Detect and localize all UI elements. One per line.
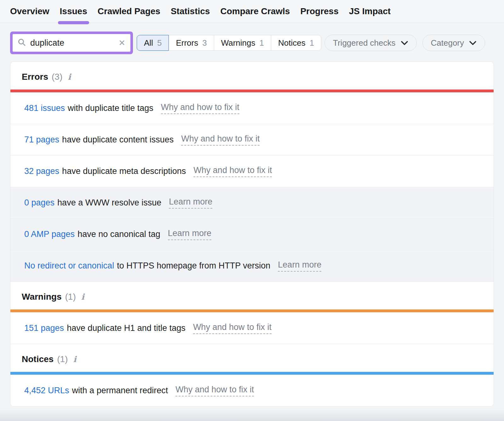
filter-count: 1 <box>259 38 264 48</box>
section-header: Warnings (1) i <box>10 281 494 309</box>
severity-filter-warnings[interactable]: Warnings 1 <box>214 35 271 51</box>
issue-count-link[interactable]: 0 AMP pages <box>24 229 75 239</box>
section-title: Notices <box>22 354 54 364</box>
issue-description: have duplicate meta descriptions <box>62 166 186 176</box>
dropdown-triggered-checks[interactable]: Triggered checks <box>324 35 416 51</box>
issue-count-link[interactable]: 151 pages <box>24 323 64 333</box>
clear-search-icon[interactable]: ✕ <box>118 39 125 47</box>
issue-row: 0 AMP pages have no canonical tag Learn … <box>10 218 494 250</box>
issue-description: with duplicate title tags <box>68 103 153 113</box>
search-input[interactable] <box>30 38 114 48</box>
nav-tab-progress[interactable]: Progress <box>300 0 338 23</box>
issue-row: No redirect or canonical to HTTPS homepa… <box>10 250 494 281</box>
issue-row: 4,452 URLs with a permanent redirect Why… <box>10 375 494 406</box>
report-tab-bar: OverviewIssuesCrawled PagesStatisticsCom… <box>0 0 504 23</box>
issue-help-link[interactable]: Why and how to fix it <box>161 102 239 114</box>
severity-color-bar <box>10 309 494 312</box>
section-header: Notices (1) i <box>10 344 494 372</box>
filter-label: All <box>144 38 153 48</box>
section-title: Errors <box>22 72 48 82</box>
issue-description: have a WWW resolve issue <box>57 198 161 208</box>
issue-count-link[interactable]: 71 pages <box>24 135 59 145</box>
issue-help-link[interactable]: Why and how to fix it <box>193 165 272 177</box>
severity-filter-errors[interactable]: Errors 3 <box>169 35 214 51</box>
section-count: (1) <box>65 292 76 302</box>
search-highlight-frame: ✕ <box>10 32 133 54</box>
section-header: Errors (3) i <box>10 62 494 89</box>
chevron-down-icon <box>469 38 477 48</box>
issue-help-link[interactable]: Learn more <box>169 197 212 209</box>
dropdown-category[interactable]: Category <box>422 35 485 51</box>
filter-label: Notices <box>278 38 306 48</box>
issue-row: 32 pages have duplicate meta description… <box>10 155 494 187</box>
filter-count: 1 <box>310 38 314 48</box>
issue-count-link[interactable]: 481 issues <box>24 103 65 113</box>
section-warnings: Warnings (1) i 151 pages have duplicate … <box>10 281 494 344</box>
severity-color-bar <box>10 89 494 92</box>
severity-filter-group: All 5 Errors 3 Warnings 1 Notices 1 <box>137 35 321 51</box>
issue-description: have duplicate content issues <box>62 135 174 145</box>
nav-tab-js-impact[interactable]: JS Impact <box>349 0 391 23</box>
nav-tab-statistics[interactable]: Statistics <box>171 0 210 23</box>
section-errors: Errors (3) i 481 issues with duplicate t… <box>10 62 494 281</box>
issue-help-link[interactable]: Why and how to fix it <box>175 385 254 396</box>
section-rows: 151 pages have duplicate H1 and title ta… <box>10 312 494 344</box>
nav-tab-compare-crawls[interactable]: Compare Crawls <box>220 0 290 23</box>
filter-count: 3 <box>202 38 207 48</box>
issue-help-link[interactable]: Why and how to fix it <box>181 134 260 146</box>
issue-row: 71 pages have duplicate content issues W… <box>10 124 494 155</box>
issue-description: have no canonical tag <box>77 229 160 239</box>
chevron-down-icon <box>401 38 408 48</box>
nav-tab-crawled-pages[interactable]: Crawled Pages <box>98 0 160 23</box>
issue-help-link[interactable]: Why and how to fix it <box>193 322 272 334</box>
issue-description: with a permanent redirect <box>72 386 168 395</box>
filter-label: Errors <box>176 38 198 48</box>
section-notices: Notices (1) i 4,452 URLs with a permanen… <box>10 344 494 406</box>
issue-row: 0 pages have a WWW resolve issue Learn m… <box>10 187 494 218</box>
nav-tab-overview[interactable]: Overview <box>10 0 49 23</box>
issue-count-link[interactable]: 0 pages <box>24 198 54 208</box>
severity-color-bar <box>10 372 494 375</box>
issue-help-link[interactable]: Learn more <box>168 228 211 240</box>
filter-count: 5 <box>157 38 162 48</box>
issues-toolbar: ✕ All 5 Errors 3 Warnings 1 Notices 1 Tr… <box>0 32 504 54</box>
section-title: Warnings <box>22 292 62 302</box>
severity-filter-all[interactable]: All 5 <box>137 35 169 51</box>
dropdown-label: Triggered checks <box>333 38 395 48</box>
section-count: (3) <box>52 72 62 82</box>
info-icon[interactable]: i <box>81 292 84 302</box>
page-bottom-edge <box>0 410 504 421</box>
filter-label: Warnings <box>221 38 255 48</box>
section-count: (1) <box>57 354 68 364</box>
severity-filter-notices[interactable]: Notices 1 <box>271 35 321 51</box>
issues-list-card: Errors (3) i 481 issues with duplicate t… <box>10 61 494 407</box>
section-rows: 4,452 URLs with a permanent redirect Why… <box>10 375 494 406</box>
search-box: ✕ <box>13 34 130 52</box>
issue-row: 481 issues with duplicate title tags Why… <box>10 92 494 124</box>
issue-help-link[interactable]: Learn more <box>278 260 321 272</box>
issue-description: have duplicate H1 and title tags <box>67 323 186 333</box>
issue-count-link[interactable]: 32 pages <box>24 166 59 176</box>
issue-count-link[interactable]: 4,452 URLs <box>24 386 69 395</box>
issue-row: 151 pages have duplicate H1 and title ta… <box>10 312 494 344</box>
info-icon[interactable]: i <box>73 355 76 364</box>
issue-description: to HTTPS homepage from HTTP version <box>117 261 270 271</box>
section-rows: 481 issues with duplicate title tags Why… <box>10 92 494 281</box>
issue-count-link[interactable]: No redirect or canonical <box>24 261 114 271</box>
info-icon[interactable]: i <box>68 72 71 82</box>
dropdown-label: Category <box>431 38 464 48</box>
nav-tab-issues[interactable]: Issues <box>60 0 87 23</box>
search-icon <box>18 38 26 48</box>
